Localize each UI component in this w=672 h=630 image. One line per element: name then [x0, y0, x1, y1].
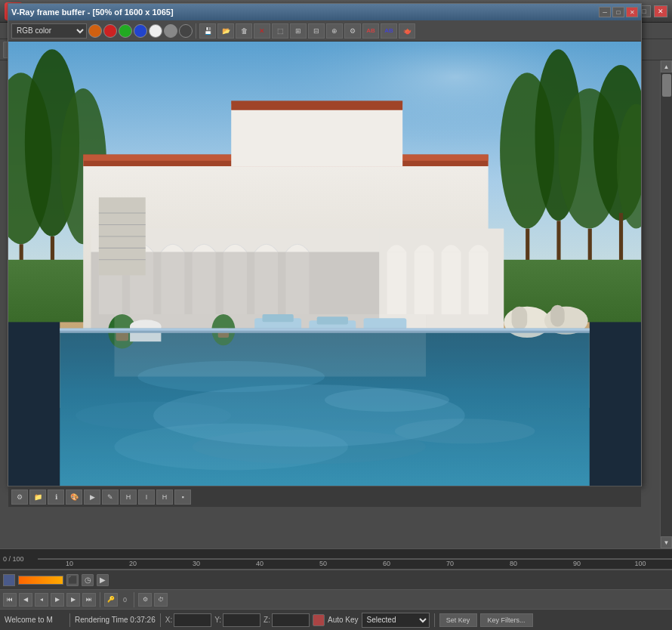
settings-btn2[interactable]: ⚙ [138, 593, 152, 607]
region-btn2[interactable]: ⊞ [290, 23, 307, 39]
color-dark[interactable] [179, 24, 193, 38]
prev-frame-btn[interactable]: ◀ [19, 593, 32, 607]
status-bar: ⬛ ◷ ▶ [0, 570, 672, 589]
color-green[interactable] [119, 24, 132, 38]
next-frame-btn[interactable]: ▶ [66, 593, 80, 607]
vray-titlebar[interactable]: V-Ray frame buffer - [50% of 1600 x 1065… [8, 4, 641, 20]
color-white[interactable] [149, 24, 162, 38]
vray-window-buttons: ─ □ ✕ [599, 7, 638, 17]
vray-close-btn[interactable]: ✕ [626, 7, 638, 17]
selection-dropdown[interactable]: Selected [362, 613, 430, 628]
play-sep2 [134, 592, 134, 607]
tl-30: 30 [165, 560, 228, 567]
time-config-btn[interactable]: ⏱ [154, 593, 168, 607]
timeline-area[interactable]: 0 / 100 10 20 30 40 50 60 70 80 90 100 [0, 548, 672, 570]
vray-multi-btn[interactable]: ▪ [174, 489, 191, 505]
very-bottom-bar: Welcome to M Rendering Time 0:37:26 X: Y… [0, 609, 672, 630]
key-mode-btn[interactable]: 🔑 [104, 593, 118, 607]
color-mode-select[interactable]: RGB color [11, 23, 87, 39]
frame-counter: 0 [120, 596, 130, 604]
color-blue[interactable] [134, 24, 147, 38]
first-frame-btn[interactable]: ⏮ [3, 593, 17, 607]
svg-rect-67 [60, 329, 589, 331]
viewport-indicator [3, 574, 15, 586]
y-input[interactable] [223, 613, 260, 627]
right-scrollbar[interactable]: ▲ ▼ [660, 60, 672, 548]
render-time: Rendering Time 0:37:26 [75, 616, 156, 624]
vb-sep2 [160, 613, 161, 627]
vray-chain-btn[interactable]: H [156, 489, 173, 505]
anim-keyframe-btn[interactable]: ⬛ [66, 574, 79, 586]
close-btn[interactable]: ✕ [654, 5, 667, 17]
vray-frame-buffer: V-Ray frame buffer - [50% of 1600 x 1065… [8, 3, 642, 486]
vray-maximize-btn[interactable]: □ [612, 7, 624, 17]
region-render-btn[interactable]: ⬚ [272, 23, 288, 39]
vray-stamp-btn[interactable]: ✎ [102, 489, 119, 505]
welcome-text: Welcome to M [5, 616, 65, 624]
vray-lock-btn[interactable]: I [138, 489, 155, 505]
clear-btn[interactable]: 🗑 [236, 23, 252, 39]
scroll-thumb[interactable] [662, 74, 671, 97]
vray-render-btn[interactable]: ▶ [84, 489, 100, 505]
tl-90: 90 [545, 560, 609, 567]
teapot-btn[interactable]: 🫖 [399, 23, 415, 39]
z-coord-field: Z: [264, 613, 310, 627]
load-image-btn[interactable]: 📂 [217, 23, 234, 39]
x-input[interactable] [174, 613, 211, 627]
ab2-btn[interactable]: AB [381, 23, 397, 39]
vray-folder-btn[interactable]: 📁 [29, 489, 46, 505]
scroll-up-btn[interactable]: ▲ [661, 60, 672, 73]
play-forward-btn[interactable]: ▶ [51, 593, 64, 607]
svg-point-70 [114, 423, 347, 470]
timeline-bar[interactable]: 10 20 30 40 50 60 70 80 90 100 [38, 549, 672, 569]
render-output [8, 42, 641, 486]
tl-80: 80 [482, 560, 545, 567]
save-image-btn[interactable]: 💾 [199, 23, 216, 39]
stop-render-btn[interactable]: ✕ [254, 23, 270, 39]
set-key-btn[interactable]: Set Key [439, 613, 477, 627]
svg-rect-56 [512, 307, 528, 330]
vray-toolbar: RGB color 💾 📂 🗑 ✕ ⬚ ⊞ ⊟ ⊕ ⚙ AB AB 🫖 [8, 20, 641, 42]
last-frame-btn[interactable]: ⏭ [82, 593, 96, 607]
time-btn[interactable]: ◷ [82, 574, 94, 586]
svg-rect-40 [415, 252, 434, 315]
vsep1 [196, 23, 196, 39]
color-gray[interactable] [164, 24, 177, 38]
play-reverse-btn[interactable]: ◂ [35, 593, 48, 607]
vb-sep1 [69, 613, 70, 627]
tl-100: 100 [609, 560, 672, 567]
play-sep [100, 592, 100, 607]
region-btn3[interactable]: ⊟ [308, 23, 325, 39]
vray-settings-btn[interactable]: ⚙ [344, 23, 361, 39]
svg-rect-57 [550, 305, 565, 327]
color-red[interactable] [103, 24, 117, 38]
tl-50: 50 [291, 560, 355, 567]
progress-bar [18, 576, 63, 585]
timeline-start: 0 / 100 [0, 555, 38, 563]
vray-edit-btn[interactable]: H [120, 489, 137, 505]
vray-minimize-btn[interactable]: ─ [599, 7, 611, 17]
key-filters-btn[interactable]: Key Filters... [480, 613, 533, 627]
ab-btn[interactable]: AB [362, 23, 379, 39]
vray-info-btn[interactable]: ℹ [48, 489, 64, 505]
key-icon [313, 614, 325, 626]
vb-sep3 [434, 613, 435, 627]
vray-settings2-btn[interactable]: ⚙ [11, 489, 28, 505]
rendered-scene-svg [8, 42, 641, 486]
x-coord-field: X: [165, 613, 211, 627]
color-orange[interactable] [88, 24, 102, 38]
lens-effect-btn[interactable]: ⊕ [326, 23, 343, 39]
scroll-down-btn[interactable]: ▼ [661, 536, 672, 548]
y-coord-field: Y: [214, 613, 260, 627]
svg-rect-41 [442, 252, 461, 315]
y-label: Y: [214, 616, 221, 624]
svg-rect-42 [469, 252, 489, 315]
tl-20: 20 [101, 560, 165, 567]
tl-70: 70 [418, 560, 482, 567]
vray-title: V-Ray frame buffer - [50% of 1600 x 1065… [11, 8, 174, 17]
vray-color-btn[interactable]: 🎨 [66, 489, 82, 505]
tl-60: 60 [355, 560, 418, 567]
play-btn2[interactable]: ▶ [97, 574, 109, 586]
svg-rect-28 [231, 100, 402, 110]
z-input[interactable] [272, 613, 310, 627]
